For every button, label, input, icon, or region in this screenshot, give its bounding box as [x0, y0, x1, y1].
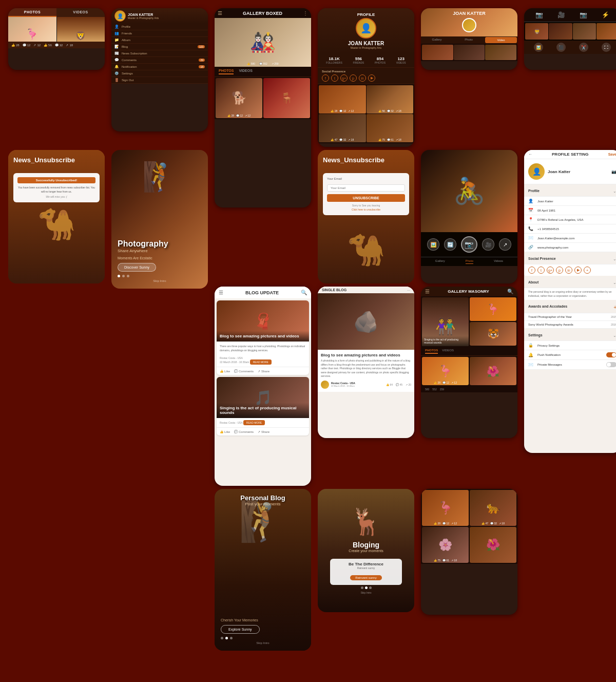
single-blog-menu[interactable]: ⋯ — [407, 288, 410, 292]
deer-icon: 🦌 — [350, 507, 382, 537]
like-btn-1[interactable]: 👍Like — [220, 369, 230, 373]
media-tab-photo[interactable]: Photo — [453, 36, 485, 44]
ctrl-icon-photo[interactable]: 📷 — [580, 11, 587, 18]
stat-shares: ↗12 — [33, 43, 41, 47]
social-section-header[interactable]: Social Presence ⌄ — [524, 254, 616, 264]
cam-btn-video[interactable]: 🎥 — [482, 238, 494, 251]
nav-notification[interactable]: 🔔 Notification 18 — [111, 64, 208, 70]
location-value: D786's Roferal Los Angeles, USA — [537, 218, 616, 221]
nav-news[interactable]: 📰 News Subscription — [111, 50, 208, 57]
bottom-tab-videos[interactable]: VIDEOS — [239, 69, 252, 74]
share-btn-2[interactable]: ↗Share — [258, 430, 270, 433]
photo-2: 👍 56💬 32↗ 18 — [367, 85, 414, 113]
social-add[interactable]: + — [584, 267, 591, 274]
like-btn-2[interactable]: 👍Like — [220, 430, 230, 433]
nav-blog[interactable]: 📝 Blog 123 — [111, 44, 208, 50]
nav-profile[interactable]: 👤 Profile — [111, 24, 208, 30]
nav-news-label: News Subscription — [122, 52, 147, 55]
share-btn-1[interactable]: ↗Share — [258, 369, 270, 373]
social-pt[interactable]: p — [556, 267, 563, 274]
media-tab-video[interactable]: Video — [485, 37, 517, 43]
push-notif-toggle[interactable] — [606, 352, 616, 357]
email-input[interactable] — [327, 184, 405, 192]
masonry-tab-videos[interactable]: VIDEOS — [442, 349, 454, 354]
splash-button[interactable]: Discover Sunny — [118, 263, 156, 272]
cam-btn-share[interactable]: ↗ — [499, 238, 511, 251]
awards-add-icon[interactable]: + — [613, 305, 616, 310]
nav-signout[interactable]: 🚪 Sign Out — [111, 77, 208, 84]
ctrl-btn-fullscreen[interactable]: ⛶ — [602, 43, 611, 52]
news-form-title: News_Unsubscribe — [323, 156, 384, 164]
setting-save-btn[interactable]: Save — [608, 153, 616, 156]
setting-title: PROFILE SETTING — [552, 152, 589, 157]
settings-section-header[interactable]: Settings ⌄ — [524, 331, 616, 341]
blog-post-1-excerpt: There are three popular ways to host a p… — [217, 343, 309, 354]
photo-3: 👍 47💬 32↗ 18 — [319, 114, 366, 142]
comments-btn-1[interactable]: 💬Comments — [234, 369, 254, 373]
masonry-search-icon[interactable]: 🔍 — [507, 289, 513, 294]
ctrl-btn-crop[interactable]: ✂️ — [579, 43, 588, 52]
bloging-title: Bloging — [353, 541, 379, 549]
tab-videos[interactable]: VIDEOS — [56, 8, 105, 17]
masonry-tab-photos[interactable]: PHOTOS — [425, 349, 438, 354]
name-value: Joan Katter — [537, 200, 616, 203]
personal-blog-skip[interactable]: Skip Intro — [221, 641, 305, 645]
cam-btn-capture[interactable]: 📷 — [461, 236, 477, 253]
bottom-tab-photos[interactable]: PHOTOS — [219, 69, 234, 74]
comments-btn-2[interactable]: 💬Comments — [234, 430, 254, 433]
about-section-header[interactable]: About ⌄ — [524, 278, 616, 288]
ctrl-btn-square[interactable]: ⬛ — [556, 43, 566, 52]
social-icon-fb[interactable]: f — [322, 74, 329, 82]
setting-back-icon[interactable]: ← — [528, 152, 532, 157]
cam-btn-gallery[interactable]: 🖼️ — [427, 238, 439, 251]
cam-btn-switch[interactable]: 🔄 — [444, 238, 456, 251]
masonry-photo-1: 🦩 👍 28💬 12↗ 12 — [422, 357, 469, 385]
social-in[interactable]: in — [565, 267, 572, 274]
nav-comments[interactable]: 💬 Comments 29 — [111, 57, 208, 64]
ctrl-btn-flip[interactable]: 🖼️ — [534, 43, 543, 52]
social-icon-pt[interactable]: p — [350, 74, 357, 82]
click-here-link[interactable]: Click here to unsubscribe — [327, 208, 405, 211]
read-more-btn-2[interactable]: READ MORE — [243, 420, 265, 425]
single-blog-title-bar: SINGLE BLOG — [322, 288, 346, 292]
explore-button[interactable]: Explore Sunny — [221, 625, 260, 634]
nav-friends[interactable]: 👥 Friends — [111, 30, 208, 37]
bloging-skip[interactable]: Skip Intro — [360, 591, 371, 594]
push-notif-row[interactable]: 🔔 Push Notification — [524, 350, 616, 360]
read-more-btn-1[interactable]: READ MORE — [250, 359, 272, 365]
tab-photos[interactable]: PHOTOS — [8, 8, 56, 17]
social-gp[interactable]: g+ — [547, 267, 554, 274]
social-icon-in[interactable]: in — [359, 74, 366, 82]
splash-skip[interactable]: Skip Intro — [118, 279, 202, 282]
profile-section-header[interactable]: Profile ⌄ — [524, 186, 616, 197]
unsubscribe-button[interactable]: UNSUBSCRIBE — [327, 194, 405, 202]
reinvent-btn[interactable]: Reinvent sunny — [350, 575, 381, 580]
privacy-row[interactable]: 🔒 Privacy Settings — [524, 341, 616, 350]
ctrl-icon-camera[interactable]: 📷 — [535, 11, 543, 18]
edit-avatar-icon[interactable]: 📷 — [611, 169, 616, 174]
social-icon-tw[interactable]: t — [331, 74, 338, 82]
social-fb[interactable]: f — [528, 267, 535, 274]
masonry-menu-icon[interactable]: ☰ — [425, 289, 430, 294]
awards-section-header[interactable]: Awards and Accolades + — [524, 302, 616, 313]
cam-tab-videos[interactable]: Videos — [494, 259, 503, 264]
media-tab-gallery[interactable]: Gallery — [421, 36, 453, 44]
social-tw[interactable]: t — [537, 267, 545, 274]
dot-2 — [122, 275, 125, 277]
nav-settings[interactable]: ⚙️ Settings — [111, 70, 208, 77]
ctrl-icon-video-active[interactable]: 🎥 — [557, 11, 565, 18]
ctrl-icon-flash[interactable]: ⚡ — [602, 11, 609, 18]
profile-section-title: Profile — [528, 189, 540, 194]
setting-row-website: 🔗 www.photography.com — [524, 243, 616, 252]
cam-tab-gallery[interactable]: Gallery — [435, 259, 445, 264]
blog-search-icon[interactable]: 🔍 — [301, 290, 307, 295]
cam-tab-photo[interactable]: Photo — [466, 259, 474, 264]
profile-card-name: JOAN KATTER — [322, 41, 410, 46]
blog-menu-icon[interactable]: ☰ — [219, 290, 223, 295]
social-icon-yt[interactable]: ▶ — [368, 74, 375, 82]
private-msg-toggle[interactable] — [606, 362, 616, 367]
social-yt[interactable]: ▶ — [574, 267, 582, 274]
social-icon-gp[interactable]: g+ — [340, 74, 348, 82]
nav-album[interactable]: 📁 Album — [111, 37, 208, 44]
private-msg-row[interactable]: ✉️ Private Messages — [524, 360, 616, 370]
